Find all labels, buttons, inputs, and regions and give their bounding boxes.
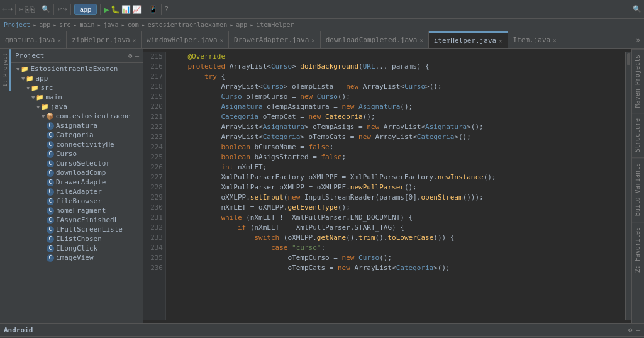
toolbar-icon-undo[interactable]: ↩ [57, 5, 62, 13]
tree-item-asignatura[interactable]: C Asignatura [11, 121, 143, 130]
toolbar-icon-sdk[interactable]: 📱 [148, 5, 158, 14]
code-line-224: boolean bCursoName = false; [171, 142, 620, 152]
tree-label-iasync: IAsyncFinishedL [56, 216, 118, 224]
tree-label-ilongclick: ILongClick [56, 244, 97, 252]
tree-item-cursoselector[interactable]: C CursoSelector [11, 159, 143, 168]
close-icon-gnatura[interactable]: ✕ [57, 37, 60, 43]
tree-item-iasync[interactable]: C IAsyncFinishedL [11, 215, 143, 225]
tab-draweradapter[interactable]: DrawerAdapter.java ✕ [229, 31, 321, 48]
tab-item[interactable]: Item.java ✕ [508, 31, 562, 48]
tree-item-src[interactable]: ▼ 📁 src [11, 83, 143, 93]
tree-label-fileadapter: fileAdapter [56, 188, 102, 196]
toolbar-icon-forward[interactable]: ⟶ [8, 5, 13, 13]
scrollbar-thumb[interactable] [627, 53, 630, 65]
tree-item-draweradapte[interactable]: C DrawerAdapte [11, 177, 143, 187]
toolbar-icon-profile[interactable]: 📈 [132, 5, 142, 14]
breadcrumb-app2[interactable]: app [236, 21, 247, 28]
tree-item-app[interactable]: ▼ 📁 app [11, 74, 143, 83]
tree-item-connectivity[interactable]: C connectivityHe [11, 140, 143, 149]
toolbar-icon-3[interactable]: ⎗ [30, 5, 35, 14]
tree-label-filebrowser: fileBrowser [56, 197, 102, 205]
breadcrumb-java[interactable]: java [104, 21, 119, 28]
tree-item-fileadapter[interactable]: C fileAdapter [11, 187, 143, 196]
tree-item-ilongclick[interactable]: C ILongClick [11, 244, 143, 253]
tabbar-spacer [562, 31, 633, 48]
tab-label-draweradapter: DrawerAdapter.java [234, 36, 309, 44]
project-collapse-icon[interactable]: — [135, 52, 139, 60]
line-num-225: 225 [146, 152, 163, 162]
tree-item-homefragment[interactable]: C homeFragment [11, 206, 143, 215]
close-icon-windowhelper[interactable]: ✕ [220, 37, 223, 43]
sidebar-tab-buildvariants[interactable]: Build Variants [632, 157, 644, 221]
right-sidebar: Maven Projects Structure Build Variants … [631, 49, 644, 323]
line-num-216: 216 [146, 62, 163, 72]
more-tabs-button[interactable]: » [632, 36, 644, 44]
breadcrumb-main[interactable]: main [79, 21, 94, 28]
toolbar-separator-2 [38, 4, 38, 15]
toolbar-separator-7 [161, 4, 162, 15]
android-panel-title: Android [4, 326, 33, 334]
tree-item-ifullscreen[interactable]: C IFullScreenListe [11, 225, 143, 234]
tab-downloadcompleted[interactable]: downloadCompleted.java ✕ [321, 31, 429, 48]
line-num-226: 226 [146, 162, 163, 172]
close-icon-item[interactable]: ✕ [553, 37, 556, 43]
breadcrumb-app[interactable]: app [39, 21, 50, 28]
tree-label-connectivity: connectivityHe [56, 140, 114, 149]
tree-item-filebrowser[interactable]: C fileBrowser [11, 196, 143, 206]
tree-item-java[interactable]: ▼ 📁 java [11, 102, 143, 111]
project-panel-toggle[interactable]: 1: Project [1, 49, 11, 91]
tree-item-ilistchosen[interactable]: C IListChosen [11, 234, 143, 244]
sidebar-tab-favorites[interactable]: 2: Favorites [632, 222, 644, 278]
close-icon-draweradapter[interactable]: ✕ [311, 37, 314, 43]
tab-label-gnatura: gnatura.java [5, 36, 55, 44]
code-line-230: nXmLET = oXMLPP.getEventType(); [171, 203, 620, 213]
code-line-225: boolean bAsigsStarted = false; [171, 152, 620, 162]
android-settings-icon[interactable]: ⚙ [628, 326, 633, 334]
tab-itemhelper[interactable]: itemHelper.java ✕ [429, 31, 508, 48]
toolbar-icon-redo[interactable]: ↪ [63, 5, 67, 13]
line-num-217: 217 [146, 72, 163, 82]
class-icon-imageview: C [47, 254, 54, 262]
tab-gnatura[interactable]: gnatura.java ✕ [0, 31, 67, 48]
line-num-233: 233 [146, 233, 163, 243]
editor-scrollbar[interactable] [625, 52, 631, 320]
tree-item-categoria[interactable]: C Categoria [11, 130, 143, 140]
tree-item-downloadcomp[interactable]: C downloadComp [11, 168, 143, 177]
breadcrumb-src[interactable]: src [59, 21, 70, 28]
tab-windowhelper[interactable]: windowHelper.java ✕ [142, 31, 229, 48]
toolbar-icon-help[interactable]: ? [165, 5, 169, 13]
sidebar-tab-maven[interactable]: Maven Projects [632, 49, 644, 113]
toolbar-icon-debug[interactable]: 🐛 [111, 5, 120, 14]
toolbar-icon-back[interactable]: ⟵ [3, 5, 7, 13]
tree-item-curso[interactable]: C Curso [11, 149, 143, 159]
tree-item-root[interactable]: ▼ 📁 EstosientraenlaExamen [11, 64, 143, 74]
toolbar-icon-run[interactable]: ▶ [104, 4, 109, 14]
project-panel: Project ⚙ — ▼ 📁 EstosientraenlaExamen ▼ … [11, 49, 143, 323]
breadcrumb-itemhelper[interactable]: itemHelper [256, 21, 294, 28]
close-icon-ziphelper[interactable]: ✕ [133, 37, 136, 43]
toolbar-icon-1[interactable]: ✂ [19, 5, 23, 14]
tree-item-imageview[interactable]: C imageView [11, 253, 143, 262]
tree-label-ifullscreen: IFullScreenListe [56, 225, 123, 234]
tree-item-package[interactable]: ▼ 📦 com.estosientraene [11, 111, 143, 121]
line-num-215: 215 [146, 52, 163, 62]
breadcrumb-project[interactable]: Project [4, 21, 30, 28]
android-minimize-icon[interactable]: — [636, 326, 640, 334]
toolbar-icon-search[interactable]: 🔍 [42, 5, 50, 13]
left-sidebar-strip: 1: Project [0, 49, 11, 323]
tab-ziphelper[interactable]: zipHelper.java ✕ [67, 31, 142, 48]
tree-label-downloadcomp: downloadComp [56, 169, 106, 177]
app-run-config[interactable]: app [74, 4, 97, 15]
breadcrumb-package[interactable]: estosientraenlaexamen [148, 21, 227, 28]
tree-item-main[interactable]: ▼ 📁 main [11, 93, 143, 102]
close-icon-downloadcompleted[interactable]: ✕ [419, 37, 423, 43]
toolbar-icon-search-right[interactable]: 🔍 [633, 5, 641, 13]
toolbar-icon-2[interactable]: ⎘ [25, 5, 29, 14]
toolbar-icon-coverage[interactable]: 📊 [121, 5, 131, 14]
code-text[interactable]: @Override protected ArrayList<Curso> doI… [166, 52, 625, 320]
project-settings-icon[interactable]: ⚙ [128, 52, 133, 60]
close-icon-itemhelper[interactable]: ✕ [499, 38, 502, 44]
sidebar-tab-structure[interactable]: Structure [632, 113, 644, 157]
tree-label-draweradapte: DrawerAdapte [56, 178, 106, 186]
breadcrumb-com[interactable]: com [128, 21, 139, 28]
